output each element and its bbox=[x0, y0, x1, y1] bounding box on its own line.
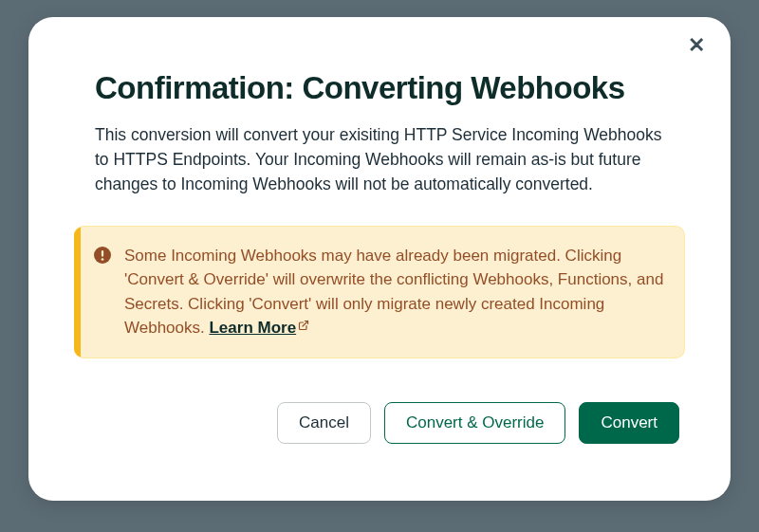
warning-alert: Some Incoming Webhooks may have already … bbox=[74, 226, 685, 358]
close-icon[interactable]: ✕ bbox=[685, 34, 708, 57]
alert-message: Some Incoming Webhooks may have already … bbox=[124, 247, 663, 338]
alert-body: Some Incoming Webhooks may have already … bbox=[81, 227, 684, 358]
modal-title: Confirmation: Converting Webhooks bbox=[74, 70, 685, 106]
confirmation-modal: ✕ Confirmation: Converting Webhooks This… bbox=[28, 17, 731, 501]
convert-button[interactable]: Convert bbox=[579, 402, 679, 444]
cancel-button[interactable]: Cancel bbox=[277, 402, 371, 444]
svg-point-2 bbox=[102, 258, 104, 261]
alert-accent-bar bbox=[74, 227, 81, 358]
svg-rect-1 bbox=[102, 250, 103, 257]
svg-line-3 bbox=[303, 321, 308, 327]
convert-override-button[interactable]: Convert & Override bbox=[384, 402, 566, 444]
modal-description: This conversion will convert your exisit… bbox=[74, 123, 685, 197]
alert-text: Some Incoming Webhooks may have already … bbox=[124, 244, 667, 340]
external-link-icon bbox=[298, 314, 309, 339]
warning-icon bbox=[94, 247, 111, 340]
learn-more-link[interactable]: Learn More bbox=[209, 319, 296, 337]
modal-footer: Cancel Convert & Override Convert bbox=[74, 393, 685, 444]
